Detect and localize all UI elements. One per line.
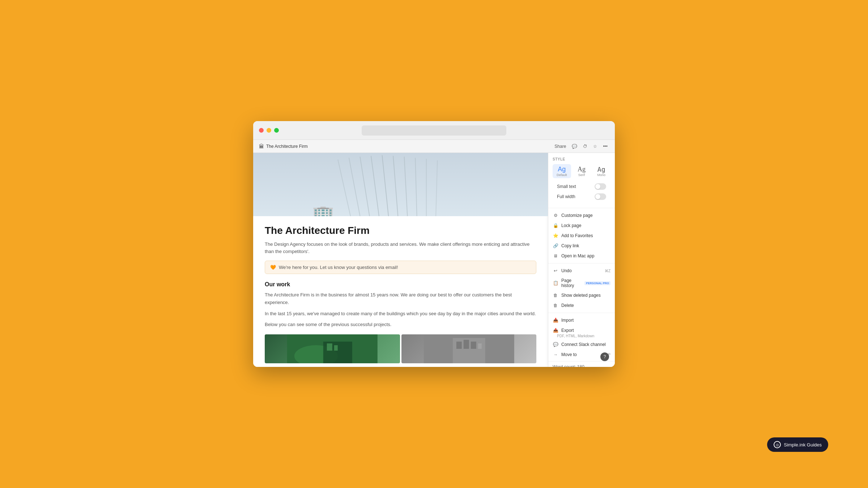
export-label: Export: [561, 328, 610, 333]
undo-label: Undo: [561, 268, 602, 273]
favorites-icon: ⭐: [553, 233, 558, 239]
svg-rect-19: [456, 342, 461, 349]
maximize-button[interactable]: [274, 128, 279, 133]
font-default[interactable]: Ag Default: [553, 164, 571, 178]
help-button[interactable]: ?: [600, 352, 609, 361]
font-serif[interactable]: Ag Serif: [573, 164, 591, 178]
move-label: Move to: [561, 352, 599, 357]
tab-bar: 🏛 The Architecture Firm Share 💬 ⏱ ☆ •••: [253, 140, 615, 153]
share-button[interactable]: Share: [553, 143, 567, 150]
svg-text:🏢: 🏢: [312, 204, 335, 216]
favorites-label: Add to Favorites: [561, 233, 610, 238]
comment-icon[interactable]: 💬: [570, 143, 579, 150]
simpleink-icon: ◎: [774, 441, 781, 448]
mac-icon: 🖥: [553, 253, 558, 259]
lock-page-item[interactable]: 🔒 Lock page: [548, 221, 615, 231]
arch-decoration: 🏢: [253, 153, 548, 216]
more-icon[interactable]: •••: [601, 143, 609, 150]
right-panel: STYLE Ag Default Ag Serif Ag Mono: [548, 153, 615, 367]
svg-rect-0: [253, 153, 548, 216]
customize-page-item[interactable]: ⚙ Customize page: [548, 210, 615, 221]
show-deleted-item[interactable]: 🗑 Show deleted pages: [548, 290, 615, 300]
customize-icon: ⚙: [553, 213, 558, 218]
import-icon: 📥: [553, 317, 558, 323]
page-icon: 🏛: [259, 144, 264, 149]
link-icon: 🔗: [553, 243, 558, 249]
full-width-label: Full width: [557, 194, 575, 199]
add-favorites-item[interactable]: ⭐ Add to Favorites: [548, 231, 615, 241]
full-width-toggle[interactable]: [595, 193, 606, 200]
import-label: Import: [561, 318, 610, 323]
divider-2: [548, 263, 615, 264]
delete-item[interactable]: 🗑 Delete: [548, 300, 615, 311]
open-mac-label: Open in Mac app: [561, 253, 610, 258]
delete-icon: 🗑: [553, 303, 558, 308]
font-options: Ag Default Ag Serif Ag Mono: [553, 164, 610, 178]
open-mac-item[interactable]: 🖥 Open in Mac app: [548, 251, 615, 261]
font-mono[interactable]: Ag Mono: [592, 164, 610, 178]
divider-3: [548, 313, 615, 313]
simpleink-label: Simple.ink Guides: [784, 442, 822, 448]
content-area: 🏢 The Architecture Firm The Design Agenc…: [253, 153, 615, 367]
style-section: STYLE Ag Default Ag Serif Ag Mono: [548, 157, 615, 206]
customize-label: Customize page: [561, 213, 610, 218]
small-text-toggle-row: Small text: [553, 182, 610, 191]
page-title: The Architecture Firm: [265, 225, 536, 236]
close-button[interactable]: [259, 128, 264, 133]
move-icon: →: [553, 352, 558, 358]
page-content: The Architecture Firm The Design Agency …: [253, 216, 548, 367]
title-bar: [253, 121, 615, 140]
svg-rect-22: [478, 343, 481, 349]
deleted-label: Show deleted pages: [561, 293, 610, 298]
import-item[interactable]: 📥 Import: [548, 315, 615, 325]
star-icon[interactable]: ☆: [592, 143, 599, 150]
small-text-toggle[interactable]: [595, 183, 606, 190]
slack-label: Connect Slack channel: [561, 342, 610, 347]
address-bar[interactable]: [362, 125, 506, 136]
export-sub: PDF, HTML, Markdown: [548, 334, 615, 339]
tab-item[interactable]: 🏛 The Architecture Firm: [259, 144, 308, 149]
history-icon[interactable]: ⏱: [582, 143, 589, 150]
style-label: STYLE: [553, 157, 610, 161]
undo-icon: ↩: [553, 268, 558, 274]
word-count: Word count: 180: [553, 364, 610, 367]
section-text-1: The Architecture Firm is in the business…: [265, 291, 536, 307]
lock-icon: 🔒: [553, 223, 558, 228]
svg-rect-15: [327, 343, 332, 351]
minimize-button[interactable]: [267, 128, 271, 133]
traffic-lights: [259, 128, 279, 133]
info-message: We're here for you. Let us know your que…: [279, 265, 398, 270]
page-history-item[interactable]: 📋 Page history PERSONAL PRO: [548, 276, 615, 290]
history-icon: 📋: [553, 280, 558, 286]
copy-link-item[interactable]: 🔗 Copy link: [548, 241, 615, 251]
history-label: Page history: [561, 278, 582, 288]
export-icon: 📤: [553, 328, 558, 333]
lock-label: Lock page: [561, 223, 610, 228]
delete-label: Delete: [561, 303, 610, 308]
project-image-right: [401, 334, 537, 363]
undo-shortcut: ⌘Z: [605, 269, 610, 273]
slack-item[interactable]: 💬 Connect Slack channel: [548, 339, 615, 350]
divider-1: [548, 208, 615, 208]
svg-rect-16: [334, 345, 338, 351]
page-description: The Design Agency focuses on the look of…: [265, 241, 536, 255]
section-text-2: In the last 15 years, we've managed to c…: [265, 310, 536, 318]
info-banner: 🧡 We're here for you. Let us know your q…: [265, 261, 536, 274]
tab-actions: Share 💬 ⏱ ☆ •••: [553, 143, 609, 150]
slack-icon: 💬: [553, 342, 558, 347]
undo-item[interactable]: ↩ Undo ⌘Z: [548, 266, 615, 276]
simpleink-badge: ◎ Simple.ink Guides: [767, 437, 828, 452]
section-title: Our work: [265, 281, 536, 288]
footer-section: Word count: 180 Last edited by Ch David …: [548, 361, 615, 367]
history-badge: PERSONAL PRO: [584, 281, 610, 285]
svg-rect-20: [463, 340, 469, 349]
browser-window: 🏛 The Architecture Firm Share 💬 ⏱ ☆ •••: [253, 121, 615, 367]
project-image-left: [265, 334, 400, 363]
section-text-3: Below you can see some of the previous s…: [265, 321, 536, 329]
deleted-icon: 🗑: [553, 292, 558, 298]
small-text-label: Small text: [557, 184, 576, 189]
bottom-images: [265, 334, 536, 363]
tab-title: The Architecture Firm: [266, 144, 308, 149]
full-width-toggle-row: Full width: [553, 192, 610, 201]
hero-banner: 🏢: [253, 153, 548, 216]
